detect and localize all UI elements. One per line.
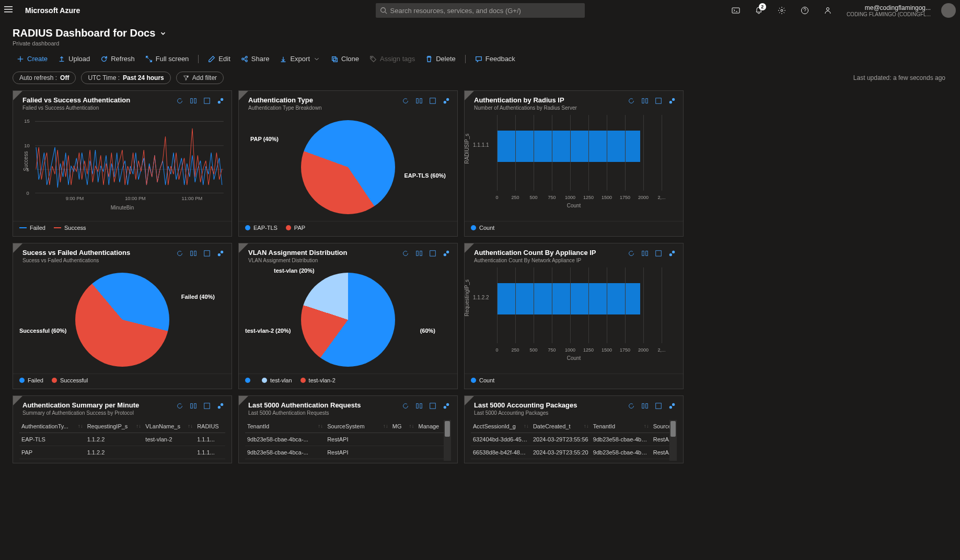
- brand-label[interactable]: Microsoft Azure: [25, 6, 80, 15]
- clone-button[interactable]: Clone: [327, 53, 363, 65]
- help-icon[interactable]: [796, 2, 813, 19]
- svg-rect-0: [4, 6, 13, 7]
- tile-title: Falied vs Success Authentication: [22, 96, 175, 104]
- settings-icon[interactable]: [773, 2, 790, 19]
- pin-icon[interactable]: [442, 401, 451, 411]
- pin-icon[interactable]: [442, 96, 451, 106]
- logs-icon[interactable]: [414, 96, 424, 106]
- filter-icon: [183, 75, 189, 81]
- pin-icon[interactable]: [667, 249, 677, 258]
- refresh-icon[interactable]: [401, 401, 410, 411]
- expand-icon[interactable]: [428, 401, 437, 411]
- svg-rect-53: [420, 251, 422, 256]
- table-header[interactable]: RADIUS: [195, 420, 225, 433]
- refresh-icon[interactable]: [627, 401, 636, 411]
- table-header[interactable]: DateCreated_t↑↓: [531, 420, 591, 433]
- refresh-icon[interactable]: [627, 249, 636, 258]
- table-header[interactable]: SourceSystem↑↓: [325, 420, 390, 433]
- table-header[interactable]: VLanName_s↑↓: [143, 420, 195, 433]
- avatar[interactable]: [941, 3, 956, 18]
- table-row[interactable]: 632404bd-3dd6-459e-...2024-03-29T23:55:5…: [471, 433, 677, 446]
- auto-refresh-pill[interactable]: Auto refresh : Off: [13, 72, 76, 84]
- table-row[interactable]: 9db23e58-cbae-4bca-...RestAPI: [245, 433, 451, 446]
- table-header[interactable]: RequestingIP_s↑↓: [85, 420, 144, 433]
- table-header[interactable]: TenantId↑↓: [245, 420, 325, 433]
- refresh-icon[interactable]: [175, 249, 184, 258]
- add-filter-pill[interactable]: Add filter: [176, 72, 224, 84]
- export-button[interactable]: Export: [275, 53, 325, 65]
- refresh-icon[interactable]: [175, 96, 184, 106]
- expand-icon[interactable]: [428, 96, 437, 106]
- tile-filter-icon[interactable]: [13, 396, 22, 405]
- logs-icon[interactable]: [414, 401, 424, 411]
- data-table[interactable]: TenantId↑↓ SourceSystem↑↓ MG↑↓ Manage 9d…: [245, 420, 451, 461]
- data-table[interactable]: AuthenticationTy...↑↓ RequestingIP_s↑↓ V…: [19, 420, 225, 461]
- logs-icon[interactable]: [640, 96, 650, 106]
- chevron-down-icon[interactable]: [159, 30, 167, 37]
- tile-filter-icon[interactable]: [465, 396, 474, 405]
- global-search[interactable]: Search resources, services, and docs (G+…: [376, 3, 585, 18]
- expand-icon[interactable]: [202, 401, 212, 411]
- logs-icon[interactable]: [189, 96, 198, 106]
- tile-title: Sucess vs Failed Authentications: [22, 249, 175, 256]
- delete-button[interactable]: Delete: [421, 53, 460, 65]
- refresh-icon[interactable]: [627, 96, 636, 106]
- tile-title: VLAN Assignment Distribution: [248, 249, 401, 256]
- logs-icon[interactable]: [189, 401, 198, 411]
- cloud-shell-icon[interactable]: [727, 2, 744, 19]
- refresh-icon[interactable]: [401, 249, 410, 258]
- feedback-icon[interactable]: [819, 2, 836, 19]
- svg-rect-2: [4, 11, 13, 13]
- table-header[interactable]: AcctSessionId_g↑↓: [471, 420, 531, 433]
- logs-icon[interactable]: [189, 249, 198, 258]
- tile-filter-icon[interactable]: [13, 91, 22, 100]
- tile-filter-icon[interactable]: [13, 243, 22, 253]
- expand-icon[interactable]: [428, 249, 437, 258]
- refresh-icon[interactable]: [175, 401, 184, 411]
- scrollbar[interactable]: [444, 420, 451, 461]
- share-button[interactable]: Share: [237, 53, 274, 65]
- tile-filter-icon[interactable]: [465, 243, 474, 253]
- refresh-button[interactable]: Refresh: [96, 53, 139, 65]
- expand-icon[interactable]: [202, 249, 212, 258]
- logs-icon[interactable]: [640, 401, 650, 411]
- create-button[interactable]: Create: [13, 53, 52, 65]
- svg-point-6: [781, 9, 783, 11]
- pin-icon[interactable]: [667, 401, 677, 411]
- edit-button[interactable]: Edit: [204, 53, 234, 65]
- upload-button[interactable]: Upload: [54, 53, 94, 65]
- table-header[interactable]: MG↑↓: [390, 420, 417, 433]
- pin-icon[interactable]: [216, 401, 225, 411]
- account-menu[interactable]: me@codingflamingog... CODING FLAMINGO (C…: [847, 4, 931, 17]
- logs-icon[interactable]: [640, 249, 650, 258]
- time-range-pill[interactable]: UTC Time : Past 24 hours: [81, 72, 170, 84]
- refresh-icon[interactable]: [401, 96, 410, 106]
- logs-icon[interactable]: [414, 249, 424, 258]
- expand-icon[interactable]: [202, 96, 212, 106]
- table-header[interactable]: TenantId↑↓: [591, 420, 651, 433]
- pie-label-successful: Successful (60%): [19, 328, 66, 334]
- tile-filter-icon[interactable]: [465, 91, 474, 100]
- pin-icon[interactable]: [667, 96, 677, 106]
- feedback-button[interactable]: Feedback: [471, 53, 519, 65]
- expand-icon[interactable]: [654, 401, 663, 411]
- expand-icon[interactable]: [654, 96, 663, 106]
- notifications-icon[interactable]: 2: [750, 2, 767, 19]
- table-row[interactable]: PAP1.1.2.21.1.1...: [19, 446, 225, 459]
- table-header[interactable]: AuthenticationTy...↑↓: [19, 420, 85, 433]
- table-row[interactable]: EAP-TLS1.1.2.2test-vlan-21.1.1...: [19, 433, 225, 446]
- tile-title: Last 5000 Authentication Requests: [248, 401, 401, 409]
- hamburger-icon[interactable]: [4, 5, 15, 16]
- tile-filter-icon[interactable]: [239, 243, 248, 253]
- fullscreen-button[interactable]: Full screen: [141, 53, 193, 65]
- data-table[interactable]: AcctSessionId_g↑↓ DateCreated_t↑↓ Tenant…: [471, 420, 677, 461]
- expand-icon[interactable]: [654, 249, 663, 258]
- tile-filter-icon[interactable]: [239, 396, 248, 405]
- pin-icon[interactable]: [216, 96, 225, 106]
- tile-filter-icon[interactable]: [239, 91, 248, 100]
- scrollbar[interactable]: [669, 420, 677, 461]
- table-row[interactable]: 9db23e58-cbae-4bca-...RestAPI: [245, 446, 451, 459]
- pin-icon[interactable]: [216, 249, 225, 258]
- table-row[interactable]: 66538d8e-b42f-4827-...2024-03-29T23:55:2…: [471, 446, 677, 459]
- pin-icon[interactable]: [442, 249, 451, 258]
